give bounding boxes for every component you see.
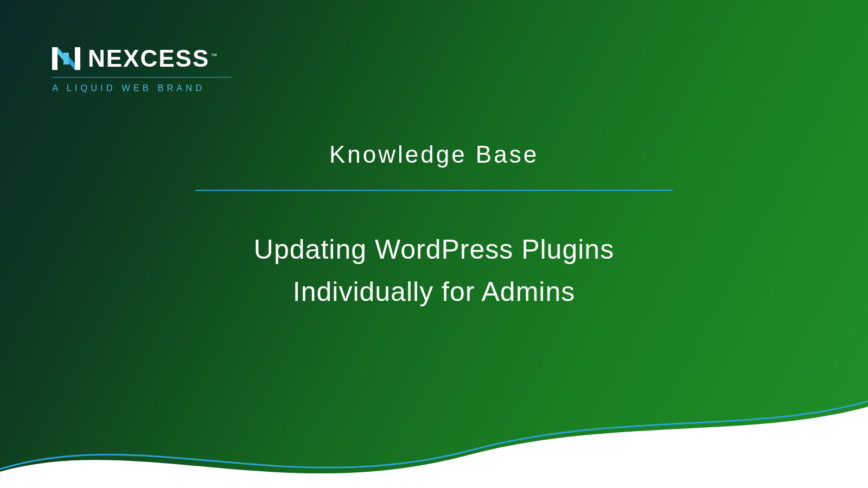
svg-marker-4 xyxy=(63,53,69,65)
brand-logo-row: NEXCESS™ xyxy=(52,47,237,70)
svg-marker-0 xyxy=(52,47,58,70)
brand-name-text: NEXCESS xyxy=(88,45,209,72)
brand-logo-block: NEXCESS™ A LIQUID WEB BRAND xyxy=(52,47,237,93)
title-line-1: Updating WordPress Plugins xyxy=(254,234,614,265)
decorative-wave xyxy=(0,374,868,488)
brand-divider xyxy=(52,77,231,78)
page-eyebrow: Knowledge Base xyxy=(184,141,684,168)
svg-marker-2 xyxy=(75,47,80,70)
brand-tagline: A LIQUID WEB BRAND xyxy=(52,83,237,93)
brand-wordmark: NEXCESS™ xyxy=(88,47,218,70)
page-title: Updating WordPress Plugins Individually … xyxy=(184,229,684,313)
trademark-symbol: ™ xyxy=(210,52,218,60)
wave-svg xyxy=(0,374,868,488)
content-divider xyxy=(195,190,673,191)
title-line-2: Individually for Admins xyxy=(293,277,575,307)
nexcess-logo-icon xyxy=(52,47,80,70)
main-content: Knowledge Base Updating WordPress Plugin… xyxy=(184,141,684,313)
